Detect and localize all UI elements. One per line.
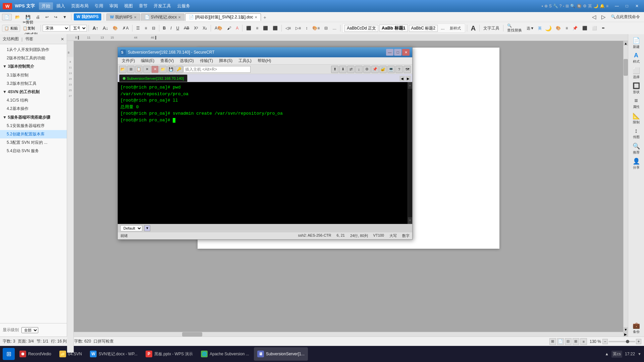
view-mode-5[interactable]: ≡ [580, 338, 587, 345]
ime-icon[interactable]: 17:22 [625, 352, 635, 356]
level-select[interactable]: 全部 [21, 327, 38, 333]
decrease-indent[interactable]: ◁≡ [283, 25, 293, 31]
font-name-select[interactable]: 宋体 [43, 25, 69, 32]
text-special[interactable]: A [469, 24, 478, 33]
tab-add-button[interactable]: + [262, 14, 268, 21]
find-replace-btn[interactable]: 🔍查找替换 [505, 23, 524, 34]
scrt-tb-pin[interactable]: 📌 [371, 66, 379, 73]
h-scroll-thumb[interactable] [182, 332, 202, 337]
scrt-menu-help[interactable]: 帮助(H) [255, 57, 274, 64]
scrt-tb-upload[interactable]: ⬆ [331, 66, 338, 73]
undo-btn[interactable]: ↩ [43, 14, 51, 20]
copy-btn[interactable]: 📋复制 [21, 25, 36, 31]
outline-item-9[interactable]: ▼ 5服务器端环境搭建步骤 [0, 113, 67, 122]
zoom-minus-btn[interactable]: − [602, 339, 608, 344]
align-center[interactable]: ≡ [254, 25, 260, 31]
align-right[interactable]: ⬛ [261, 25, 270, 31]
toolbar-icon11[interactable]: 🌙 [593, 4, 598, 8]
scrt-tb-settings[interactable]: ⚙ [363, 66, 371, 73]
toolbar-icon12[interactable]: 🔔 [600, 4, 605, 8]
extra2[interactable]: ≡ [564, 25, 570, 31]
open-btn[interactable]: 📂 [13, 14, 22, 20]
h-scroll-track[interactable] [72, 332, 623, 337]
toolbar-icon8[interactable]: 🔘 [577, 4, 582, 8]
menu-layout[interactable]: 页面布局 [68, 2, 91, 10]
toolbar-icon1[interactable]: ▪ [541, 4, 543, 8]
borders[interactable]: ⊟ [322, 25, 330, 31]
tab-close-svnnotes[interactable]: ✕ [178, 15, 181, 19]
host-input[interactable] [183, 66, 251, 73]
outline-item-3[interactable]: ▼ 3版本控制简介 [0, 62, 67, 71]
nav-prev[interactable]: ◁ [590, 13, 598, 21]
menu-view[interactable]: 视图 [121, 2, 136, 10]
toolbar-icon4[interactable]: 🔧 [553, 4, 558, 8]
scrt-tb-map[interactable]: 🗺 [404, 66, 411, 73]
scroll-track[interactable] [624, 46, 628, 327]
taskbar-recordvedio[interactable]: ⏺ RecordVedio [16, 347, 55, 361]
new-btn[interactable]: 📄 [2, 14, 12, 20]
spell-check[interactable]: 口拼写检查 [94, 339, 114, 344]
tab-close-mywps[interactable]: ✕ [134, 15, 137, 19]
terminal-output[interactable]: [root@rich pro_oa]# pwd /var/svn/reposit… [118, 82, 412, 224]
numbered-list[interactable]: ≡ [143, 25, 149, 31]
tab-prev[interactable]: ◀ [399, 76, 405, 81]
menu-insert[interactable]: 插入 [54, 2, 68, 10]
securecrt-close[interactable]: ✕ [402, 49, 410, 56]
font-color2[interactable]: A [234, 25, 240, 31]
scroll-thumb[interactable] [624, 59, 628, 76]
scrt-menu-file[interactable]: 文件(F) [119, 57, 138, 64]
outline-item-7[interactable]: 4.1C/S 结构 [0, 96, 67, 105]
strikethrough-btn[interactable]: AB [182, 25, 191, 31]
scrt-menu-script[interactable]: 脚本(S) [216, 57, 235, 64]
scroll-right[interactable]: ▶ [623, 332, 628, 337]
scroll-up[interactable]: ▲ [624, 41, 628, 46]
bg-color[interactable]: 🖌 [225, 25, 233, 31]
outline-item-8[interactable]: 4.2基本操作 [0, 105, 67, 113]
rt-limit[interactable]: 📐限制 [629, 111, 644, 126]
zoom-slider-track[interactable] [608, 341, 635, 342]
rt-transfer[interactable]: ↕传图 [629, 126, 644, 141]
tab-close-svndoc[interactable]: ✕ [255, 15, 257, 19]
toolbar-icon5[interactable]: ? [559, 4, 562, 8]
find-replace[interactable]: 🔍点此查找命令 [609, 13, 642, 20]
tab-next[interactable]: ▶ [406, 76, 411, 81]
style-more[interactable]: … [439, 25, 447, 31]
menu-chapter[interactable]: 章节 [136, 2, 150, 10]
scrt-tb-sftp[interactable]: ⇄ [347, 66, 355, 73]
extra5[interactable]: ⬜ [590, 25, 599, 31]
toolbar-icon9[interactable]: ⚙ [583, 4, 587, 8]
format-clear[interactable]: ✗A [120, 25, 130, 31]
securecrt-session-tab[interactable]: SubversionServer[192.168.70.140] [119, 74, 187, 82]
view-mode-4[interactable]: ⊞ [573, 338, 579, 345]
toolbar-icon10[interactable]: 英 [588, 3, 592, 9]
outline-item-5[interactable]: 3.2版本控制工具 [0, 79, 67, 88]
scrt-tb-2[interactable]: ⊞ [127, 66, 135, 73]
close-button[interactable]: ✕ [633, 3, 641, 9]
view-mode-2[interactable]: 📄 [557, 338, 564, 345]
taskbar-securecrt[interactable]: 🖥 SubversionServer[1... [254, 347, 308, 361]
bullet-list[interactable]: ☰ [134, 25, 142, 31]
scrt-tb-download[interactable]: ⬇ [339, 66, 346, 73]
italic-btn[interactable]: I [168, 25, 173, 31]
outline-list[interactable]: ⊟ [150, 25, 157, 31]
bold-btn[interactable]: B [161, 25, 168, 31]
scrt-tb-5[interactable]: ✕ [151, 66, 159, 73]
outline-item-6[interactable]: ▼ 4SVN 的工作机制 [0, 88, 67, 96]
tab-svn-doc[interactable]: 📄 [尚硅谷][封装]_SVN[2.2.1版].doc ✕ [185, 13, 261, 21]
sidebar-close-btn[interactable]: ✕ [61, 37, 64, 42]
increase-indent[interactable]: ▷≡ [293, 25, 303, 31]
toolbar-icon3[interactable]: S [549, 4, 552, 8]
line-spacing[interactable]: ↕ [304, 25, 310, 31]
scrt-tb-1[interactable]: 📂 [119, 66, 126, 73]
rt-shape[interactable]: 🔲形状 [629, 81, 644, 96]
securecrt-maximize[interactable]: □ [394, 49, 401, 56]
subscript-btn[interactable]: X₂ [201, 25, 209, 31]
horizontal-scrollbar[interactable]: ◀ ▶ [67, 332, 628, 337]
rt-property[interactable]: ≡属性 [629, 96, 644, 111]
paste-group[interactable]: 📋粘贴 [2, 25, 20, 32]
superscript-btn[interactable]: X² [192, 25, 200, 31]
highlight-btn[interactable]: 🎨 [111, 25, 120, 31]
sidebar-tab-bookmark[interactable]: 书签 [25, 36, 33, 42]
terminal-scrollbar[interactable]: ▲ ▼ [408, 82, 412, 224]
style-normal[interactable]: AaBbCcDd 正文 [344, 25, 378, 32]
